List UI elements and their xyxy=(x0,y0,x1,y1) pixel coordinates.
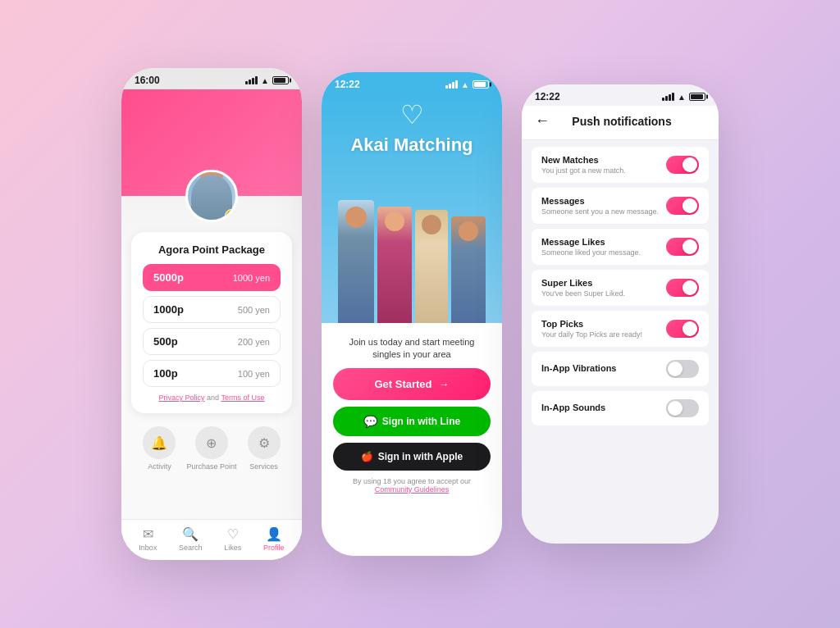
toggle-messages[interactable] xyxy=(666,197,699,215)
point-price-1000: 500 yen xyxy=(238,305,270,315)
wifi-icon-1: ▲ xyxy=(261,76,269,85)
privacy-policy-link[interactable]: Privacy Policy xyxy=(159,394,205,402)
likes-icon: ♡ xyxy=(227,526,239,542)
notifications-header: ← Push notifications xyxy=(522,106,719,140)
point-option-100[interactable]: 100p 100 yen xyxy=(143,360,281,387)
notif-in-app-sounds: In-App Sounds xyxy=(532,391,709,425)
toggle-new-matches[interactable] xyxy=(666,156,699,174)
page-title: Push notifications xyxy=(558,115,686,128)
toggle-message-likes[interactable] xyxy=(666,238,699,256)
inbox-icon: ✉ xyxy=(143,526,153,542)
phone-signup-screen: 12:22 ▲ ♡ Akai Matching xyxy=(322,72,502,556)
nav-inbox[interactable]: ✉ Inbox xyxy=(139,526,157,552)
notif-super-likes-desc: You've been Super Liked. xyxy=(541,289,666,298)
bottom-nav: ✉ Inbox 🔍 Search ♡ Likes 👤 Profile xyxy=(121,519,302,560)
app-name: Akai Matching xyxy=(350,134,472,156)
point-option-1000[interactable]: 1000p 500 yen xyxy=(143,296,281,323)
nav-search[interactable]: 🔍 Search xyxy=(179,526,203,552)
notif-top-picks-label: Top Picks xyxy=(541,319,666,329)
nav-likes[interactable]: ♡ Likes xyxy=(224,526,241,552)
notif-super-likes-label: Super Likes xyxy=(541,278,666,288)
apple-icon: 🍎 xyxy=(361,451,373,462)
terms-link[interactable]: Terms of Use xyxy=(221,394,264,402)
notif-top-picks-desc: Your daily Top Picks are ready! xyxy=(541,330,666,339)
nav-profile[interactable]: 👤 Profile xyxy=(263,526,285,552)
purchase-footer: Privacy Policy and Terms of Use xyxy=(143,394,281,402)
toggle-sounds[interactable] xyxy=(666,399,699,417)
notif-top-picks: Top Picks Your daily Top Picks are ready… xyxy=(532,311,709,347)
activity-icon: 🔔 xyxy=(143,426,176,459)
profile-banner: ★ xyxy=(121,89,302,196)
notif-in-app-vibrations: In-App Vibrations xyxy=(532,352,709,386)
notif-message-likes-desc: Someone liked your message. xyxy=(541,248,666,257)
notif-sounds-label: In-App Sounds xyxy=(541,403,666,412)
status-icons-3: ▲ xyxy=(662,93,705,102)
point-option-5000[interactable]: 5000p 1000 yen xyxy=(143,264,281,291)
toggle-top-picks[interactable] xyxy=(666,320,699,338)
services-label: Services xyxy=(249,462,278,471)
search-label: Search xyxy=(179,544,203,552)
battery-icon-1 xyxy=(272,76,289,84)
hero-section: ♡ Akai Matching xyxy=(322,93,502,323)
notif-messages-label: Messages xyxy=(541,196,666,206)
tagline: Join us today and start meetingsingles i… xyxy=(349,336,475,362)
status-time-1: 16:00 xyxy=(135,75,160,86)
wifi-icon-2: ▲ xyxy=(461,80,469,89)
status-time-2: 12:22 xyxy=(335,79,360,90)
avatar: ★ xyxy=(185,170,238,222)
notif-vibrations-label: In-App Vibrations xyxy=(541,363,666,373)
notif-super-likes: Super Likes You've been Super Liked. xyxy=(532,270,709,306)
notif-new-matches-label: New Matches xyxy=(541,155,666,165)
purchase-card: Agora Point Package 5000p 1000 yen 1000p… xyxy=(131,232,292,413)
wifi-icon-3: ▲ xyxy=(678,93,686,102)
notif-messages: Messages Someone sent you a new message. xyxy=(532,188,709,224)
battery-icon-3 xyxy=(689,93,705,101)
sign-in-line-button[interactable]: 💬 Sign in with Line xyxy=(333,407,491,436)
signup-body: Join us today and start meetingsingles i… xyxy=(322,323,502,556)
point-price-500: 200 yen xyxy=(238,337,270,347)
point-label-1000: 1000p xyxy=(153,303,184,316)
sign-in-line-label: Sign in with Line xyxy=(382,416,460,427)
profile-label: Profile xyxy=(263,544,285,552)
action-buttons: 🔔 Activity ⊕ Purchase Point ⚙ Services xyxy=(121,420,302,477)
signal-icon-2 xyxy=(445,80,458,89)
likes-label: Likes xyxy=(224,544,241,552)
sign-in-apple-label: Sign in with Apple xyxy=(378,451,463,462)
point-price-5000: 1000 yen xyxy=(233,273,270,283)
point-label-500: 500p xyxy=(153,335,178,348)
services-button[interactable]: ⚙ Services xyxy=(248,426,281,471)
status-icons-2: ▲ xyxy=(445,80,489,89)
phone-profile-screen: 16:00 ▲ xyxy=(121,68,302,560)
notif-message-likes-label: Message Likes xyxy=(541,237,666,247)
get-started-label: Get Started xyxy=(374,378,431,390)
purchase-label: Purchase Point xyxy=(186,462,236,471)
status-icons-1: ▲ xyxy=(245,76,289,85)
toggle-super-likes[interactable] xyxy=(666,279,699,297)
activity-label: Activity xyxy=(148,462,171,471)
avatar-badge: ★ xyxy=(225,209,238,222)
point-price-100: 100 yen xyxy=(238,369,270,379)
back-button[interactable]: ← xyxy=(535,112,550,130)
purchase-point-button[interactable]: ⊕ Purchase Point xyxy=(186,426,236,471)
profile-icon: 👤 xyxy=(266,526,282,542)
purchase-title: Agora Point Package xyxy=(143,243,281,256)
signal-icon-3 xyxy=(662,93,674,101)
get-started-button[interactable]: Get Started → xyxy=(333,368,491,400)
footer-and: and xyxy=(207,394,219,402)
notif-new-matches: New Matches You just got a new match. xyxy=(532,147,709,183)
toggle-vibrations[interactable] xyxy=(666,360,699,378)
terms-text: By using 18 you agree to accept our Comm… xyxy=(353,477,471,494)
sign-in-apple-button[interactable]: 🍎 Sign in with Apple xyxy=(333,443,491,471)
community-guidelines-link[interactable]: Community Guidelines xyxy=(375,485,450,494)
point-label-5000: 5000p xyxy=(153,271,184,284)
heart-icon: ♡ xyxy=(397,102,427,131)
status-time-3: 12:22 xyxy=(535,91,560,102)
battery-icon-2 xyxy=(472,80,489,89)
activity-button[interactable]: 🔔 Activity xyxy=(143,426,176,471)
notif-messages-desc: Someone sent you a new message. xyxy=(541,207,666,216)
services-icon: ⚙ xyxy=(248,426,281,459)
point-option-500[interactable]: 500p 200 yen xyxy=(143,328,281,355)
signal-icon-1 xyxy=(245,76,258,84)
arrow-icon: → xyxy=(439,378,450,390)
notif-message-likes: Message Likes Someone liked your message… xyxy=(532,229,709,265)
